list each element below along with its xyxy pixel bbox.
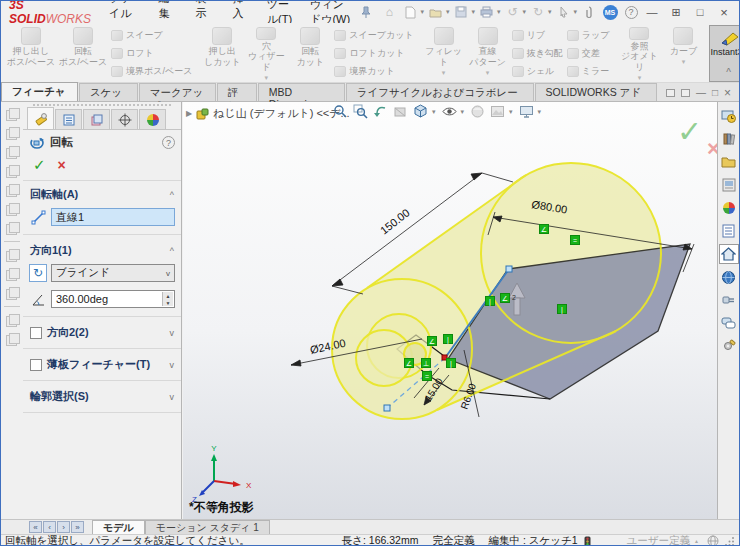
flyout-feature-tree[interactable]: ▶ ねじ山 (デフォルト) <<デ...	[186, 106, 350, 121]
fillet-caret[interactable]: ▾	[442, 69, 446, 77]
thin-feature-section-header[interactable]: 薄板フィーチャー(T) v	[23, 351, 181, 378]
graphics-area[interactable]: Ø80.00 150.00 Ø24.00	[183, 102, 719, 519]
user-avatar[interactable]: MS	[600, 3, 620, 21]
doc-restore-button[interactable]: □	[712, 88, 718, 98]
menu-pin-icon[interactable]	[360, 3, 371, 21]
view-isometric-icon[interactable]	[6, 249, 19, 261]
boundary-cut-button[interactable]: 境界カット	[334, 64, 413, 79]
view-palette-icon[interactable]	[719, 175, 739, 195]
sketch-endpoint[interactable]	[384, 405, 390, 411]
lofted-cut-button[interactable]: ロフトカット	[334, 46, 413, 61]
open-icon[interactable]	[426, 3, 446, 21]
zoom-to-fit-icon[interactable]	[333, 104, 348, 119]
relation-badge[interactable]: |	[447, 359, 456, 368]
tab-scroll-last-button[interactable]: »	[71, 521, 84, 533]
pm-help-icon[interactable]: ?	[162, 136, 175, 149]
relation-badge[interactable]: ⊥	[422, 359, 431, 368]
reference-geometry-caret[interactable]: ▾	[638, 74, 642, 82]
hide-show-caret[interactable]: ▾	[461, 108, 465, 116]
extruded-boss-button[interactable]: 押し出し ボス/ベース	[5, 25, 57, 82]
redo-icon[interactable]: ↻	[528, 3, 548, 21]
view-front-icon[interactable]	[6, 127, 19, 139]
doc-prev-window-icon[interactable]	[666, 89, 675, 97]
custom-properties-icon[interactable]	[719, 221, 739, 241]
thin-feature-expand-chevron[interactable]: v	[170, 360, 175, 370]
boundary-boss-button[interactable]: 境界ボス/ベース	[111, 64, 192, 79]
apply-scene-caret[interactable]: ▾	[509, 108, 513, 116]
save-icon[interactable]	[451, 3, 471, 21]
view-settings-icon[interactable]	[519, 105, 534, 118]
direction2-expand-chevron[interactable]: v	[170, 328, 175, 338]
view-bottom-icon[interactable]	[6, 222, 19, 234]
tab-model[interactable]: モデル	[92, 520, 145, 534]
view-left-icon[interactable]	[6, 165, 19, 177]
tab-configuration-manager[interactable]	[83, 109, 110, 129]
relation-badge[interactable]: =	[423, 372, 432, 381]
unit-system-caret[interactable]: ▲	[694, 538, 699, 544]
wrap-button[interactable]: ラップ	[567, 28, 610, 43]
revolved-cut-button[interactable]: 回転 カット	[288, 25, 332, 82]
relation-badge[interactable]: |	[558, 305, 567, 314]
print-icon[interactable]	[477, 3, 497, 21]
view-single-icon[interactable]	[6, 314, 19, 326]
tab-markup[interactable]: マークアップ	[139, 83, 216, 101]
instant3d-toggle[interactable]: Instant3D	[709, 25, 740, 82]
hole-wizard-button[interactable]: 穴 ウィザード ▾	[244, 25, 288, 82]
relation-badge[interactable]: |	[444, 335, 453, 344]
manufacturing-network-icon[interactable]	[719, 290, 739, 310]
unit-system-selector[interactable]: ユーザー定義	[627, 534, 691, 546]
axis-collapse-chevron[interactable]: ^	[170, 190, 174, 200]
tab-motion-study[interactable]: モーション スタディ 1	[145, 520, 270, 534]
revolved-boss-button[interactable]: 回転 ボス/ベース	[57, 25, 109, 82]
open-caret[interactable]: ▾	[446, 8, 450, 16]
fillet-button[interactable]: フィレット ▾	[422, 25, 466, 82]
display-style-icon[interactable]	[413, 104, 428, 119]
tab-display-manager[interactable]	[139, 109, 166, 129]
tab-mbd-dimension[interactable]: MBD Dimension	[258, 83, 345, 101]
curves-caret[interactable]: ▾	[682, 58, 686, 66]
direction2-checkbox[interactable]	[30, 327, 42, 339]
relation-badge[interactable]: ∠	[428, 337, 437, 346]
rib-button[interactable]: リブ	[512, 28, 563, 43]
dimension-text-length[interactable]: 150.00	[378, 206, 412, 236]
save-caret[interactable]: ▾	[471, 8, 475, 16]
3d-content-central-icon[interactable]	[719, 267, 739, 287]
select-arrow-icon[interactable]	[554, 3, 574, 21]
undo-caret[interactable]: ▾	[522, 8, 526, 16]
select-caret[interactable]: ▾	[574, 8, 578, 16]
mirror-button[interactable]: ミラー	[567, 64, 610, 79]
axis-selection-field[interactable]: 直線1	[51, 208, 175, 226]
minimize-button[interactable]: —	[641, 3, 663, 21]
zoom-to-area-icon[interactable]	[353, 104, 368, 119]
tab-dimxpert-manager[interactable]	[111, 109, 138, 129]
appearances-scenes-icon[interactable]	[719, 198, 739, 218]
edit-appearance-icon[interactable]	[470, 104, 485, 119]
spin-up-icon[interactable]: ▲	[163, 292, 173, 299]
tab-scroll-next-button[interactable]: ›	[57, 521, 70, 533]
axis-section-header[interactable]: 回転軸(A) ^	[23, 181, 181, 206]
new-document-icon[interactable]	[400, 3, 420, 21]
relation-badge[interactable]: ∠	[540, 225, 549, 234]
relation-badge[interactable]: ∠	[501, 294, 510, 303]
revolve-direction-icon[interactable]: ↻	[29, 264, 47, 282]
undo-icon[interactable]: ↺	[502, 3, 522, 21]
tab-sketch[interactable]: スケッチ	[79, 83, 138, 101]
reference-geometry-button[interactable]: 参照 ジオメトリ ▾	[617, 25, 661, 82]
view-back-icon[interactable]	[6, 146, 19, 158]
status-globe-icon[interactable]	[707, 535, 719, 546]
spin-down-icon[interactable]: ▼	[163, 299, 173, 306]
view-orientation-icon[interactable]	[6, 108, 19, 120]
end-condition-dropdown[interactable]: ブラインド v	[51, 264, 175, 282]
pm-ok-button[interactable]: ✓	[33, 156, 46, 174]
resize-grip[interactable]	[725, 536, 735, 546]
attachment-icon[interactable]	[579, 3, 599, 21]
section-view-icon[interactable]	[393, 104, 408, 119]
redo-caret[interactable]: ▾	[548, 8, 552, 16]
relation-badge[interactable]: =	[571, 236, 580, 245]
file-explorer-icon[interactable]	[719, 152, 739, 172]
thin-feature-checkbox[interactable]	[30, 359, 42, 371]
close-button[interactable]: ×	[713, 3, 735, 21]
new-document-caret[interactable]: ▾	[420, 8, 424, 16]
angle-input[interactable]: 360.00deg ▲ ▼	[51, 290, 175, 308]
help-icon[interactable]: ?	[621, 3, 641, 21]
